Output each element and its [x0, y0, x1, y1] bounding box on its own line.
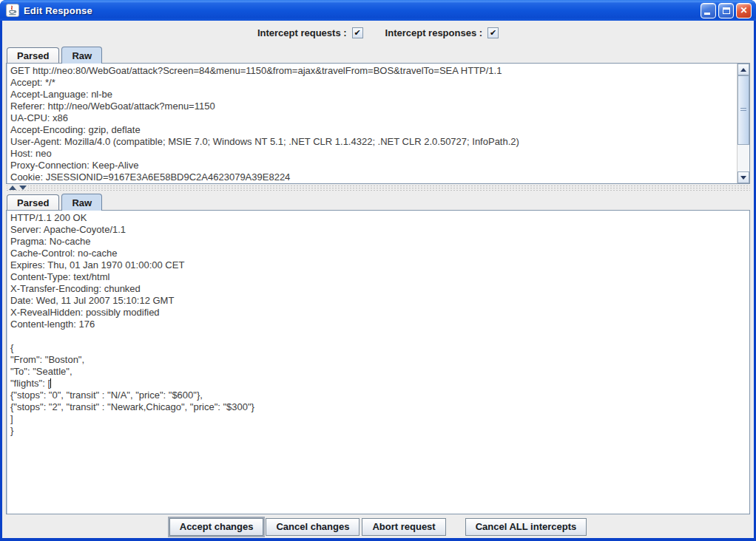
- scroll-up-button[interactable]: [738, 64, 749, 75]
- window-controls: ✕: [701, 3, 752, 18]
- arrow-up-icon: [740, 68, 746, 72]
- grip-icon: [740, 108, 746, 112]
- abort-request-button[interactable]: Abort request: [362, 518, 445, 536]
- minimize-icon: [704, 13, 710, 15]
- title-bar[interactable]: Edit Response ✕: [0, 0, 756, 21]
- intercept-responses-label: Intercept responses :: [385, 27, 483, 38]
- action-button-row: Accept changes Cancel changes Abort requ…: [2, 515, 754, 538]
- maximize-button[interactable]: [718, 3, 734, 18]
- intercept-responses-checkbox[interactable]: ✔: [487, 27, 499, 38]
- response-text-before-caret: HTTP/1.1 200 OK Server: Apache-Coyote/1.…: [10, 212, 184, 389]
- edit-response-window: Edit Response ✕ Intercept requests : ✔ I…: [0, 0, 756, 541]
- check-icon: ✔: [354, 29, 360, 37]
- intercept-requests-label: Intercept requests :: [257, 27, 347, 38]
- split-pane-divider[interactable]: [6, 185, 750, 191]
- divider-buttons: [7, 186, 28, 190]
- intercept-requests-checkbox[interactable]: ✔: [352, 27, 363, 38]
- close-button[interactable]: ✕: [736, 3, 752, 18]
- close-icon: ✕: [740, 5, 747, 16]
- response-tab-parsed[interactable]: Parsed: [7, 194, 59, 211]
- divider-expand-down-icon[interactable]: [19, 186, 27, 190]
- dialog-content: Intercept requests : ✔ Intercept respons…: [2, 21, 754, 538]
- arrow-down-icon: [740, 176, 746, 180]
- request-raw-panel: GET http://neo:80/WebGoat/attack?Screen=…: [6, 63, 750, 184]
- accept-changes-button[interactable]: Accept changes: [169, 518, 264, 536]
- request-scrollbar[interactable]: [737, 64, 749, 183]
- window-title: Edit Response: [24, 5, 701, 16]
- request-tab-bar: Parsed Raw: [2, 45, 754, 63]
- request-tab-parsed[interactable]: Parsed: [7, 47, 59, 64]
- divider-collapse-up-icon[interactable]: [9, 186, 16, 190]
- maximize-icon: [723, 7, 730, 14]
- cancel-changes-button[interactable]: Cancel changes: [266, 518, 360, 536]
- request-tab-raw[interactable]: Raw: [61, 47, 102, 64]
- minimize-button[interactable]: [701, 3, 716, 18]
- response-raw-panel: HTTP/1.1 200 OK Server: Apache-Coyote/1.…: [6, 210, 750, 514]
- response-tab-bar: Parsed Raw: [2, 192, 754, 210]
- intercept-options-row: Intercept requests : ✔ Intercept respons…: [2, 21, 754, 45]
- check-icon: ✔: [490, 29, 496, 37]
- java-icon[interactable]: [6, 4, 19, 17]
- request-raw-textarea[interactable]: GET http://neo:80/WebGoat/attack?Screen=…: [7, 64, 737, 183]
- scrollbar-track[interactable]: [738, 75, 749, 171]
- cancel-all-intercepts-button[interactable]: Cancel ALL intercepts: [465, 518, 587, 536]
- response-text-after-caret: {"stops": "0", "transit" : "N/A", "price…: [10, 389, 254, 436]
- scroll-down-button[interactable]: [738, 171, 749, 183]
- response-tab-raw[interactable]: Raw: [61, 194, 102, 211]
- scrollbar-thumb[interactable]: [738, 75, 749, 145]
- response-raw-textarea[interactable]: HTTP/1.1 200 OK Server: Apache-Coyote/1.…: [7, 211, 749, 514]
- text-caret: [50, 378, 51, 388]
